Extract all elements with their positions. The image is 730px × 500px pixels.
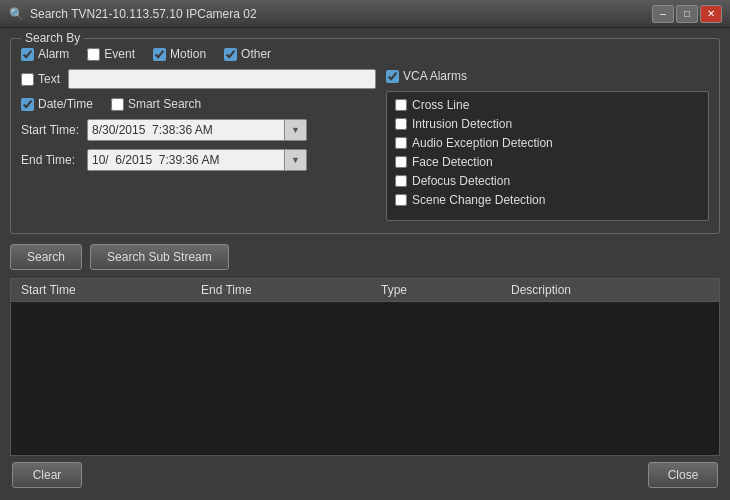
end-time-picker-button[interactable]: ▼: [284, 150, 306, 170]
col-header-type: Type: [371, 283, 501, 297]
vca-checkbox[interactable]: [386, 70, 399, 83]
vca-audio-checkbox[interactable]: [395, 137, 407, 149]
vca-item-defocus[interactable]: Defocus Detection: [395, 174, 700, 188]
vca-face-checkbox[interactable]: [395, 156, 407, 168]
start-time-picker-button[interactable]: ▼: [284, 120, 306, 140]
main-content: Search By Alarm Event Motion Other: [0, 28, 730, 500]
vca-label: VCA Alarms: [403, 69, 467, 83]
search-sub-stream-button[interactable]: Search Sub Stream: [90, 244, 229, 270]
vca-face-label: Face Detection: [412, 155, 493, 169]
vca-scene-label: Scene Change Detection: [412, 193, 545, 207]
datetime-checkbox-item[interactable]: Date/Time: [21, 97, 93, 111]
vca-scene-checkbox[interactable]: [395, 194, 407, 206]
search-by-group: Search By Alarm Event Motion Other: [10, 38, 720, 234]
event-checkbox[interactable]: [87, 48, 100, 61]
results-body: [11, 302, 719, 455]
text-input[interactable]: [68, 69, 376, 89]
vca-item-audio[interactable]: Audio Exception Detection: [395, 136, 700, 150]
motion-checkbox[interactable]: [153, 48, 166, 61]
vca-crossline-label: Cross Line: [412, 98, 469, 112]
results-area: Start Time End Time Type Description: [10, 278, 720, 456]
vca-defocus-label: Defocus Detection: [412, 174, 510, 188]
titlebar-buttons: – □ ✕: [652, 5, 722, 23]
end-time-wrapper: ▼: [87, 149, 307, 171]
search-by-checkboxes: Alarm Event Motion Other: [21, 47, 709, 61]
search-content: Text Date/Time Smart Search: [21, 69, 709, 221]
text-checkbox-item[interactable]: Text: [21, 72, 60, 86]
end-time-input[interactable]: [88, 150, 284, 170]
titlebar-title: Search TVN21-10.113.57.10 IPCamera 02: [30, 7, 652, 21]
clear-button[interactable]: Clear: [12, 462, 82, 488]
alarm-label: Alarm: [38, 47, 69, 61]
search-action-buttons: Search Search Sub Stream: [10, 244, 720, 270]
start-time-label: Start Time:: [21, 123, 81, 137]
event-checkbox-item[interactable]: Event: [87, 47, 135, 61]
start-time-input[interactable]: [88, 120, 284, 140]
motion-checkbox-item[interactable]: Motion: [153, 47, 206, 61]
alarm-checkbox[interactable]: [21, 48, 34, 61]
vca-intrusion-label: Intrusion Detection: [412, 117, 512, 131]
col-header-start: Start Time: [11, 283, 191, 297]
other-checkbox-item[interactable]: Other: [224, 47, 271, 61]
col-header-desc: Description: [501, 283, 719, 297]
vca-audio-label: Audio Exception Detection: [412, 136, 553, 150]
smart-search-checkbox-item[interactable]: Smart Search: [111, 97, 201, 111]
datetime-checkbox[interactable]: [21, 98, 34, 111]
start-time-wrapper: ▼: [87, 119, 307, 141]
smart-search-label: Smart Search: [128, 97, 201, 111]
close-button[interactable]: Close: [648, 462, 718, 488]
results-header: Start Time End Time Type Description: [11, 279, 719, 302]
vca-crossline-checkbox[interactable]: [395, 99, 407, 111]
search-button[interactable]: Search: [10, 244, 82, 270]
minimize-button[interactable]: –: [652, 5, 674, 23]
end-time-row: End Time: ▼: [21, 149, 376, 171]
bottom-bar: Clear Close: [10, 456, 720, 490]
datetime-row: Date/Time Smart Search: [21, 97, 376, 111]
text-label: Text: [38, 72, 60, 86]
vca-item-intrusion[interactable]: Intrusion Detection: [395, 117, 700, 131]
event-label: Event: [104, 47, 135, 61]
text-checkbox[interactable]: [21, 73, 34, 86]
vca-item-scene[interactable]: Scene Change Detection: [395, 193, 700, 207]
alarm-checkbox-item[interactable]: Alarm: [21, 47, 69, 61]
smart-search-checkbox[interactable]: [111, 98, 124, 111]
datetime-label: Date/Time: [38, 97, 93, 111]
col-header-end: End Time: [191, 283, 371, 297]
maximize-button[interactable]: □: [676, 5, 698, 23]
titlebar: 🔍 Search TVN21-10.113.57.10 IPCamera 02 …: [0, 0, 730, 28]
other-checkbox[interactable]: [224, 48, 237, 61]
vca-header: VCA Alarms: [386, 69, 709, 83]
other-label: Other: [241, 47, 271, 61]
group-box-legend: Search By: [21, 31, 84, 45]
left-form: Text Date/Time Smart Search: [21, 69, 376, 221]
end-time-label: End Time:: [21, 153, 81, 167]
text-row: Text: [21, 69, 376, 89]
window-close-button[interactable]: ✕: [700, 5, 722, 23]
vca-list: Cross Line Intrusion Detection Audio Exc…: [386, 91, 709, 221]
start-time-row: Start Time: ▼: [21, 119, 376, 141]
vca-intrusion-checkbox[interactable]: [395, 118, 407, 130]
vca-item-face[interactable]: Face Detection: [395, 155, 700, 169]
vca-checkbox-item[interactable]: VCA Alarms: [386, 69, 467, 83]
vca-defocus-checkbox[interactable]: [395, 175, 407, 187]
motion-label: Motion: [170, 47, 206, 61]
titlebar-icon: 🔍: [8, 6, 24, 22]
vca-panel: VCA Alarms Cross Line Intrusion Detectio…: [386, 69, 709, 221]
vca-item-crossline[interactable]: Cross Line: [395, 98, 700, 112]
